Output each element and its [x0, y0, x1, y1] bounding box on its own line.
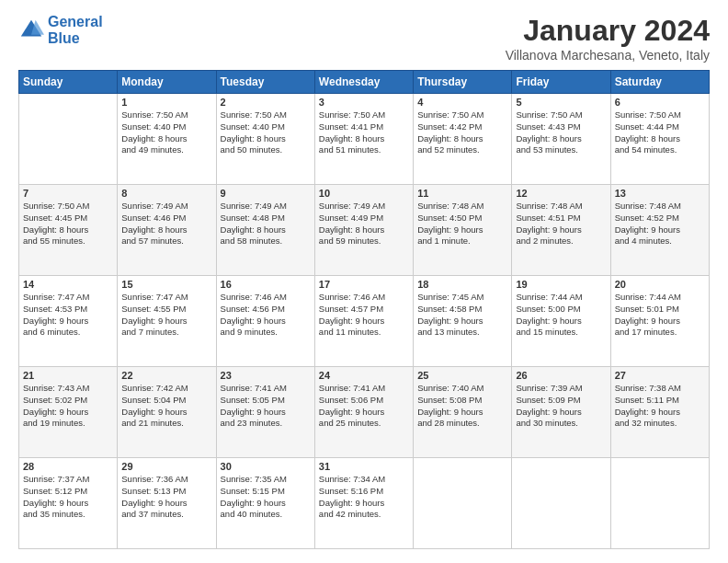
day-number: 13: [615, 188, 705, 199]
day-number: 26: [516, 370, 606, 381]
calendar-cell: 21Sunrise: 7:43 AMSunset: 5:02 PMDayligh…: [19, 367, 118, 458]
main-title: January 2024: [506, 14, 710, 48]
day-info: Sunrise: 7:50 AMSunset: 4:44 PMDaylight:…: [615, 109, 705, 156]
day-number: 5: [516, 97, 606, 108]
day-number: 19: [516, 279, 606, 290]
day-info: Sunrise: 7:43 AMSunset: 5:02 PMDaylight:…: [23, 383, 113, 430]
calendar-cell: 10Sunrise: 7:49 AMSunset: 4:49 PMDayligh…: [314, 185, 413, 276]
day-info: Sunrise: 7:47 AMSunset: 4:55 PMDaylight:…: [121, 292, 211, 339]
day-number: 15: [121, 279, 211, 290]
day-number: 27: [615, 370, 705, 381]
day-number: 31: [319, 461, 409, 472]
calendar-cell: 31Sunrise: 7:34 AMSunset: 5:16 PMDayligh…: [314, 458, 413, 549]
day-info: Sunrise: 7:40 AMSunset: 5:08 PMDaylight:…: [417, 383, 507, 430]
header: General Blue January 2024 Villanova Marc…: [18, 14, 710, 63]
day-number: 3: [319, 97, 409, 108]
calendar-cell: 24Sunrise: 7:41 AMSunset: 5:06 PMDayligh…: [314, 367, 413, 458]
calendar-cell: 17Sunrise: 7:46 AMSunset: 4:57 PMDayligh…: [314, 276, 413, 367]
logo-text-line2: Blue: [48, 30, 103, 47]
day-number: 8: [121, 188, 211, 199]
day-info: Sunrise: 7:38 AMSunset: 5:11 PMDaylight:…: [615, 383, 705, 430]
week-row-2: 7Sunrise: 7:50 AMSunset: 4:45 PMDaylight…: [19, 185, 710, 276]
day-info: Sunrise: 7:48 AMSunset: 4:50 PMDaylight:…: [417, 201, 507, 247]
day-info: Sunrise: 7:34 AMSunset: 5:16 PMDaylight:…: [319, 474, 409, 521]
day-number: 9: [221, 188, 311, 199]
day-info: Sunrise: 7:50 AMSunset: 4:41 PMDaylight:…: [319, 109, 409, 156]
calendar-cell: [19, 94, 118, 185]
weekday-header-friday: Friday: [512, 71, 610, 94]
day-number: 25: [417, 370, 507, 381]
calendar-cell: 11Sunrise: 7:48 AMSunset: 4:50 PMDayligh…: [414, 185, 512, 276]
calendar-cell: 16Sunrise: 7:46 AMSunset: 4:56 PMDayligh…: [216, 276, 314, 367]
calendar-cell: 8Sunrise: 7:49 AMSunset: 4:46 PMDaylight…: [118, 185, 216, 276]
day-info: Sunrise: 7:50 AMSunset: 4:40 PMDaylight:…: [121, 109, 211, 156]
day-info: Sunrise: 7:37 AMSunset: 5:12 PMDaylight:…: [23, 474, 113, 521]
calendar-cell: 25Sunrise: 7:40 AMSunset: 5:08 PMDayligh…: [414, 367, 512, 458]
calendar-cell: 1Sunrise: 7:50 AMSunset: 4:40 PMDaylight…: [118, 94, 216, 185]
day-info: Sunrise: 7:50 AMSunset: 4:42 PMDaylight:…: [417, 109, 507, 156]
calendar-cell: 27Sunrise: 7:38 AMSunset: 5:11 PMDayligh…: [610, 367, 709, 458]
day-number: 18: [417, 279, 507, 290]
day-number: 23: [221, 370, 311, 381]
day-info: Sunrise: 7:48 AMSunset: 4:51 PMDaylight:…: [516, 201, 606, 247]
calendar-cell: 6Sunrise: 7:50 AMSunset: 4:44 PMDaylight…: [610, 94, 709, 185]
day-info: Sunrise: 7:44 AMSunset: 5:01 PMDaylight:…: [615, 292, 705, 339]
day-number: 7: [23, 188, 113, 199]
calendar-cell: 15Sunrise: 7:47 AMSunset: 4:55 PMDayligh…: [118, 276, 216, 367]
calendar-cell: 9Sunrise: 7:49 AMSunset: 4:48 PMDaylight…: [216, 185, 314, 276]
day-number: 16: [221, 279, 311, 290]
week-row-5: 28Sunrise: 7:37 AMSunset: 5:12 PMDayligh…: [19, 458, 710, 549]
day-info: Sunrise: 7:47 AMSunset: 4:53 PMDaylight:…: [23, 292, 113, 339]
day-info: Sunrise: 7:44 AMSunset: 5:00 PMDaylight:…: [516, 292, 606, 339]
day-info: Sunrise: 7:36 AMSunset: 5:13 PMDaylight:…: [121, 474, 211, 521]
title-block: January 2024 Villanova Marchesana, Venet…: [506, 14, 710, 63]
calendar-cell: 12Sunrise: 7:48 AMSunset: 4:51 PMDayligh…: [512, 185, 610, 276]
day-info: Sunrise: 7:48 AMSunset: 4:52 PMDaylight:…: [615, 201, 705, 247]
day-number: 21: [23, 370, 113, 381]
weekday-header-thursday: Thursday: [414, 71, 512, 94]
weekday-header-sunday: Sunday: [19, 71, 118, 94]
weekday-header-saturday: Saturday: [610, 71, 709, 94]
calendar-cell: 7Sunrise: 7:50 AMSunset: 4:45 PMDaylight…: [19, 185, 118, 276]
calendar-cell: 5Sunrise: 7:50 AMSunset: 4:43 PMDaylight…: [512, 94, 610, 185]
day-info: Sunrise: 7:42 AMSunset: 5:04 PMDaylight:…: [121, 383, 211, 430]
calendar-cell: 19Sunrise: 7:44 AMSunset: 5:00 PMDayligh…: [512, 276, 610, 367]
calendar-table: SundayMondayTuesdayWednesdayThursdayFrid…: [18, 70, 710, 549]
calendar-cell: 30Sunrise: 7:35 AMSunset: 5:15 PMDayligh…: [216, 458, 314, 549]
day-number: 14: [23, 279, 113, 290]
calendar-cell: 18Sunrise: 7:45 AMSunset: 4:58 PMDayligh…: [414, 276, 512, 367]
day-info: Sunrise: 7:49 AMSunset: 4:49 PMDaylight:…: [319, 201, 409, 247]
day-info: Sunrise: 7:46 AMSunset: 4:56 PMDaylight:…: [221, 292, 311, 339]
weekday-header-tuesday: Tuesday: [216, 71, 314, 94]
calendar-cell: 3Sunrise: 7:50 AMSunset: 4:41 PMDaylight…: [314, 94, 413, 185]
calendar-cell: 2Sunrise: 7:50 AMSunset: 4:40 PMDaylight…: [216, 94, 314, 185]
day-number: 12: [516, 188, 606, 199]
day-number: 6: [615, 97, 705, 108]
day-info: Sunrise: 7:49 AMSunset: 4:46 PMDaylight:…: [121, 201, 211, 247]
day-number: 22: [121, 370, 211, 381]
week-row-3: 14Sunrise: 7:47 AMSunset: 4:53 PMDayligh…: [19, 276, 710, 367]
day-number: 17: [319, 279, 409, 290]
day-number: 2: [221, 97, 311, 108]
calendar-cell: [512, 458, 610, 549]
day-info: Sunrise: 7:35 AMSunset: 5:15 PMDaylight:…: [221, 474, 311, 521]
weekday-header-row: SundayMondayTuesdayWednesdayThursdayFrid…: [19, 71, 710, 94]
day-info: Sunrise: 7:39 AMSunset: 5:09 PMDaylight:…: [516, 383, 606, 430]
calendar-cell: 29Sunrise: 7:36 AMSunset: 5:13 PMDayligh…: [118, 458, 216, 549]
calendar-cell: 4Sunrise: 7:50 AMSunset: 4:42 PMDaylight…: [414, 94, 512, 185]
day-number: 30: [221, 461, 311, 472]
day-number: 10: [319, 188, 409, 199]
calendar-cell: 28Sunrise: 7:37 AMSunset: 5:12 PMDayligh…: [19, 458, 118, 549]
calendar-cell: [610, 458, 709, 549]
page: General Blue January 2024 Villanova Marc…: [0, 0, 728, 563]
subtitle: Villanova Marchesana, Veneto, Italy: [506, 48, 710, 63]
day-number: 24: [319, 370, 409, 381]
weekday-header-wednesday: Wednesday: [314, 71, 413, 94]
calendar-cell: 23Sunrise: 7:41 AMSunset: 5:05 PMDayligh…: [216, 367, 314, 458]
calendar-cell: 20Sunrise: 7:44 AMSunset: 5:01 PMDayligh…: [610, 276, 709, 367]
logo-icon: [18, 17, 44, 43]
day-info: Sunrise: 7:50 AMSunset: 4:43 PMDaylight:…: [516, 109, 606, 156]
calendar-cell: 13Sunrise: 7:48 AMSunset: 4:52 PMDayligh…: [610, 185, 709, 276]
day-number: 29: [121, 461, 211, 472]
calendar-cell: 26Sunrise: 7:39 AMSunset: 5:09 PMDayligh…: [512, 367, 610, 458]
